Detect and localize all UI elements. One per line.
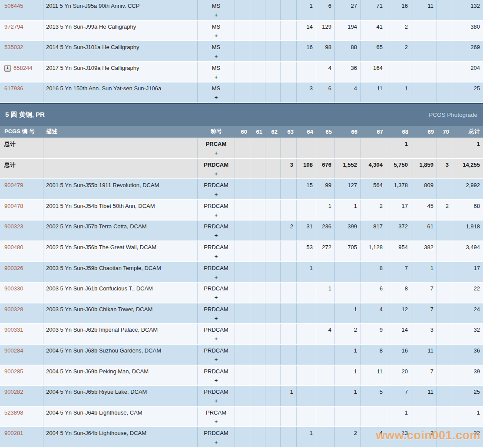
grade-value-cell: [235, 179, 250, 199]
total-value-cell: 22: [452, 283, 483, 303]
pcgs-number-link[interactable]: 900479: [4, 182, 23, 188]
pcgs-number-cell: 523898: [0, 407, 43, 427]
grade-value-cell: 7: [411, 283, 437, 303]
pcgs-number-cell: 972794: [0, 21, 43, 41]
table-row: 900330 2003 5 Yn Sun-J61b Confucious T.,…: [0, 283, 483, 303]
designation-cell: MS +: [198, 62, 235, 82]
grade-value-cell: 7: [386, 386, 411, 406]
grade-value-cell: [235, 283, 250, 303]
grade-value-cell: [250, 262, 265, 282]
pcgs-number-link[interactable]: 900326: [4, 265, 23, 271]
grade-value-cell: 564: [361, 179, 386, 199]
grade-value-cell: [281, 427, 297, 447]
grade-value-cell: [437, 283, 452, 303]
designation-cell: MS +: [198, 21, 235, 41]
grade-value-cell: 98: [316, 41, 335, 61]
grade-value-cell: [265, 62, 281, 82]
pcgs-number-link[interactable]: 658244: [13, 65, 32, 71]
pcgs-number-link[interactable]: 900480: [4, 244, 23, 250]
pcgs-number-cell: +658244: [0, 62, 43, 82]
grade-value-cell: 14: [386, 324, 411, 344]
grade-value-cell: [437, 386, 452, 406]
designation-plus-label: +: [198, 398, 234, 404]
total-value-cell: 39: [452, 366, 483, 385]
total-value-cell: 1: [452, 407, 483, 427]
grade-value-cell: [250, 62, 265, 82]
table-row: +658244 2017 5 Yn Sun-J109a He Calligrap…: [0, 62, 483, 83]
pcgs-number-link[interactable]: 535032: [4, 44, 23, 50]
header-grade-62: 62: [265, 128, 281, 135]
grade-value-cell: 2: [386, 41, 411, 61]
grade-value-cell: [265, 366, 281, 385]
grade-value-cell: [297, 200, 316, 220]
grade-value-cell: [437, 41, 452, 61]
grade-value-cell: 71: [361, 0, 386, 20]
pcgs-number-link[interactable]: 900281: [4, 430, 23, 436]
designation-label: PRCAM: [198, 141, 234, 147]
designation-label: MS: [198, 85, 234, 92]
designation-plus-label: +: [198, 191, 234, 198]
header-designation: 称号: [198, 128, 235, 135]
grade-value-cell: [316, 262, 335, 282]
grade-value-cell: [235, 0, 250, 20]
pcgs-number-link[interactable]: 900328: [4, 306, 23, 313]
grade-value-cell: 2: [281, 221, 297, 240]
designation-cell: MS +: [198, 41, 235, 61]
designation-cell: PRDCAM +: [198, 262, 235, 282]
designation-plus-label: +: [198, 150, 234, 156]
pcgs-number-cell: 535032: [0, 41, 43, 61]
grade-value-cell: 45: [411, 200, 437, 220]
designation-plus-label: +: [198, 356, 234, 363]
pcgs-number-link[interactable]: 900285: [4, 368, 23, 375]
description-cell: 2004 5 Yn Sun-J64b Lighthouse, CAM: [43, 407, 198, 427]
header-grade-61: 61: [250, 128, 265, 135]
grade-value-cell: [265, 200, 281, 220]
grade-value-cell: [265, 138, 281, 158]
designation-cell: PRCAM +: [198, 407, 235, 427]
grade-value-cell: [281, 366, 297, 385]
grade-value-cell: 7: [386, 262, 411, 282]
description-cell: 2003 5 Yn Sun-J60b Chikan Tower, DCAM: [43, 303, 198, 323]
grade-value-cell: [437, 303, 452, 323]
header-grade-65: 65: [316, 128, 335, 135]
grade-value-cell: 31: [297, 221, 316, 240]
pcgs-number-link[interactable]: 617936: [4, 85, 23, 92]
grade-value-cell: 8: [361, 345, 386, 365]
description-cell: 2003 5 Yn Sun-J59b Chaotian Temple, DCAM: [43, 262, 198, 282]
description-cell: [43, 138, 198, 158]
table-row: 523898 2004 5 Yn Sun-J64b Lighthouse, CA…: [0, 407, 483, 428]
designation-plus-label: +: [198, 377, 234, 384]
pcgs-number-link[interactable]: 900478: [4, 203, 23, 209]
designation-cell: MS +: [198, 82, 235, 102]
table-row: 900479 2001 5 Yn Sun-J55b 1911 Revolutio…: [0, 179, 483, 200]
table-row: 900284 2004 5 Yn Sun-J68b Suzhou Gardens…: [0, 345, 483, 366]
grade-value-cell: [250, 407, 265, 427]
grade-value-cell: 194: [335, 21, 361, 41]
pcgs-photograde-link[interactable]: PCGS Photograde: [429, 112, 483, 118]
designation-cell: PRCAM +: [198, 138, 235, 158]
pcgs-number-link[interactable]: 900284: [4, 347, 23, 354]
pcgs-number-link[interactable]: 972794: [4, 23, 23, 30]
grade-value-cell: 1: [386, 138, 411, 158]
designation-label: PRDCAM: [198, 389, 234, 395]
pcgs-number-link[interactable]: 900282: [4, 389, 23, 395]
table-row: 900326 2003 5 Yn Sun-J59b Chaotian Templ…: [0, 262, 483, 283]
expand-icon[interactable]: +: [4, 65, 11, 72]
description-cell: 2003 5 Yn Sun-J62b Imperial Palace, DCAM: [43, 324, 198, 344]
description-cell: 2014 5 Yn Sun-J101a He Calligraphy: [43, 41, 198, 61]
grade-value-cell: 27: [335, 0, 361, 20]
grade-value-cell: [235, 221, 250, 240]
grade-value-cell: [265, 407, 281, 427]
grade-value-cell: 1: [335, 200, 361, 220]
designation-plus-label: +: [198, 232, 234, 239]
pcgs-number-link[interactable]: 900330: [4, 285, 23, 292]
grade-value-cell: [265, 221, 281, 240]
grade-value-cell: [250, 221, 265, 240]
pcgs-number-link[interactable]: 900323: [4, 223, 23, 230]
pcgs-number-link[interactable]: 523898: [4, 409, 23, 416]
grade-value-cell: [437, 366, 452, 385]
header-total: 总计: [452, 128, 483, 135]
pcgs-number-link[interactable]: 506445: [4, 3, 23, 9]
grade-value-cell: [437, 262, 452, 282]
pcgs-number-link[interactable]: 900331: [4, 326, 23, 333]
